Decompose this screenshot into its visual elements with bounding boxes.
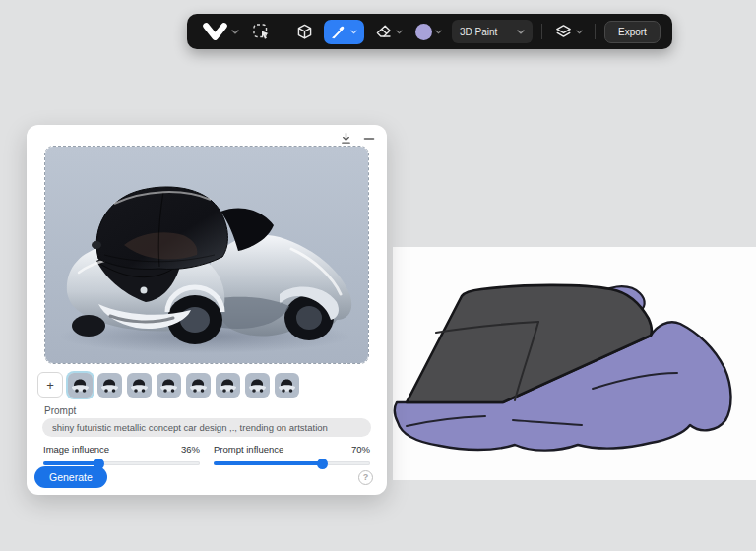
car-sketch: [393, 247, 756, 480]
variant-thumbnail-5[interactable]: [186, 373, 211, 398]
brush-icon: [331, 24, 347, 40]
variant-thumbnail-8[interactable]: [275, 373, 299, 398]
variant-thumbnail-3[interactable]: [127, 373, 152, 398]
app-root: 3D Paint Export: [0, 0, 756, 551]
variant-thumbnail-6[interactable]: [216, 373, 240, 398]
prompt-input[interactable]: [42, 418, 371, 437]
color-swatch-icon: [415, 24, 432, 40]
panel-header: [338, 130, 377, 147]
export-button[interactable]: Export: [604, 21, 661, 43]
chevron-down-icon: [517, 30, 525, 34]
variant-thumbnail-1[interactable]: [68, 373, 93, 398]
prompt-influence-label: Prompt influence: [214, 444, 284, 455]
download-icon: [340, 132, 352, 145]
layers-button[interactable]: [551, 20, 586, 44]
variant-thumbnail-image: [275, 373, 299, 398]
variant-thumbnail-7[interactable]: [245, 373, 270, 398]
mode-select-value: 3D Paint: [460, 27, 497, 37]
color-swatch-button[interactable]: [412, 21, 445, 43]
influence-sliders: Image influence 36% Prompt influence 70%: [43, 444, 370, 465]
panel-footer: Generate ?: [34, 465, 373, 489]
3d-object-tool-button[interactable]: [292, 20, 317, 44]
cube-icon: [295, 23, 314, 41]
minimize-button[interactable]: [361, 131, 377, 147]
image-influence-label: Image influence: [43, 444, 109, 455]
select-tool-button[interactable]: [249, 20, 274, 44]
help-icon[interactable]: ?: [358, 470, 373, 485]
add-variant-button[interactable]: +: [37, 372, 63, 398]
drawing-canvas[interactable]: [393, 247, 756, 480]
minimize-icon: [363, 133, 375, 145]
vizcom-logo-icon: [202, 22, 228, 41]
chevron-down-icon: [350, 30, 357, 34]
variant-thumbnail-image: [157, 373, 181, 398]
top-toolbar: 3D Paint Export: [187, 14, 672, 49]
eraser-icon: [374, 23, 393, 41]
chevron-down-icon: [435, 30, 442, 34]
variant-thumbnail-image: [68, 373, 93, 398]
variant-thumbnail-2[interactable]: [97, 373, 122, 398]
chevron-down-icon: [396, 30, 403, 34]
variant-thumbnails: +: [37, 371, 299, 398]
toolbar-divider: [595, 24, 596, 39]
generate-button[interactable]: Generate: [34, 466, 107, 488]
prompt-influence-value: 70%: [351, 444, 370, 455]
concept-car-render: [45, 147, 369, 364]
variant-thumbnail-image: [186, 373, 211, 398]
variant-thumbnail-image: [127, 373, 152, 398]
download-button[interactable]: [338, 130, 354, 147]
layers-icon: [554, 23, 573, 41]
logo-menu-button[interactable]: [199, 19, 242, 44]
brush-tool-button[interactable]: [324, 20, 364, 44]
image-influence-slider: Image influence 36%: [43, 444, 200, 465]
eraser-tool-button[interactable]: [371, 20, 406, 44]
variant-thumbnail-image: [97, 373, 122, 398]
mode-select[interactable]: 3D Paint: [452, 20, 533, 43]
variant-thumbnail-image: [245, 373, 270, 398]
generation-panel: +: [27, 125, 387, 495]
prompt-label: Prompt: [44, 405, 76, 416]
prompt-influence-slider: Prompt influence 70%: [214, 444, 370, 465]
chevron-down-icon: [576, 30, 583, 34]
chevron-down-icon: [231, 30, 239, 34]
toolbar-divider: [541, 24, 542, 39]
toolbar-divider: [283, 24, 284, 39]
generated-image[interactable]: [44, 146, 369, 364]
variant-thumbnail-4[interactable]: [157, 373, 181, 398]
variant-thumbnail-image: [216, 373, 240, 398]
select-tool-icon: [252, 23, 271, 41]
image-influence-value: 36%: [181, 444, 200, 455]
